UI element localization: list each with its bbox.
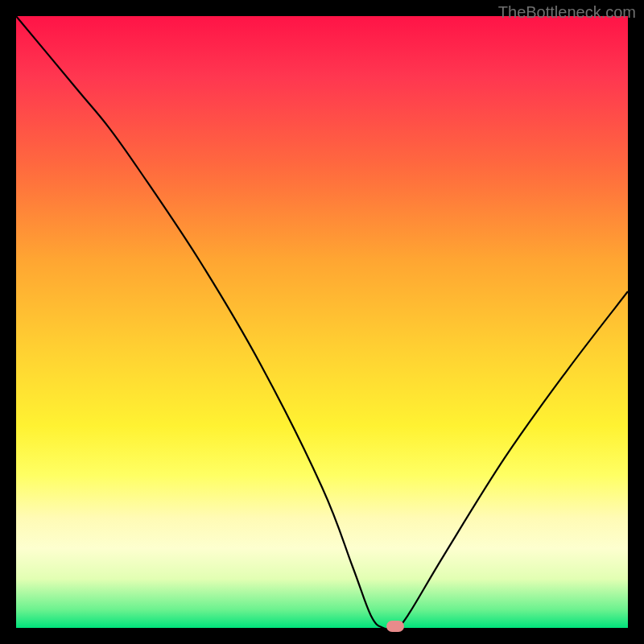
optimum-marker bbox=[386, 621, 404, 632]
bottleneck-curve bbox=[16, 16, 628, 628]
plot-area bbox=[16, 16, 628, 628]
chart-container: TheBottleneck.com bbox=[0, 0, 644, 644]
watermark-text: TheBottleneck.com bbox=[498, 3, 636, 22]
